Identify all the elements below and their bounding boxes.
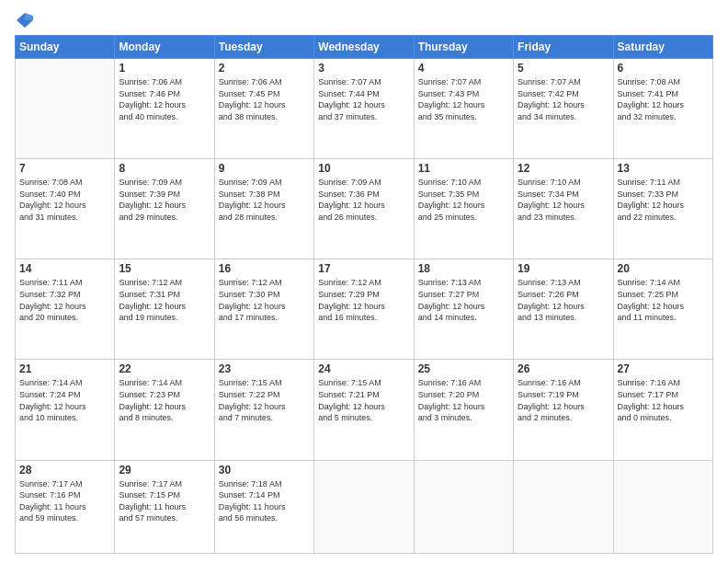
weekday-header-wednesday: Wednesday xyxy=(314,36,414,59)
day-number: 5 xyxy=(518,62,609,75)
day-number: 20 xyxy=(618,262,709,275)
calendar-cell xyxy=(314,460,414,553)
calendar-cell: 11Sunrise: 7:10 AM Sunset: 7:35 PM Dayli… xyxy=(414,159,513,259)
day-number: 11 xyxy=(418,162,509,175)
day-number: 19 xyxy=(518,262,609,275)
day-number: 25 xyxy=(418,362,509,375)
header xyxy=(15,11,713,28)
day-info: Sunrise: 7:16 AM Sunset: 7:20 PM Dayligh… xyxy=(418,377,509,423)
calendar-week-4: 21Sunrise: 7:14 AM Sunset: 7:24 PM Dayli… xyxy=(16,360,713,460)
day-number: 4 xyxy=(418,62,509,75)
day-info: Sunrise: 7:06 AM Sunset: 7:45 PM Dayligh… xyxy=(219,76,310,122)
day-info: Sunrise: 7:11 AM Sunset: 7:32 PM Dayligh… xyxy=(19,277,110,323)
day-info: Sunrise: 7:17 AM Sunset: 7:16 PM Dayligh… xyxy=(19,478,110,524)
calendar-cell: 23Sunrise: 7:15 AM Sunset: 7:22 PM Dayli… xyxy=(214,360,313,460)
weekday-header-sunday: Sunday xyxy=(16,36,115,59)
day-info: Sunrise: 7:12 AM Sunset: 7:29 PM Dayligh… xyxy=(318,277,409,323)
calendar-cell xyxy=(514,460,613,553)
calendar-cell: 14Sunrise: 7:11 AM Sunset: 7:32 PM Dayli… xyxy=(16,259,115,360)
day-number: 21 xyxy=(19,362,110,375)
day-number: 3 xyxy=(318,62,409,75)
day-number: 10 xyxy=(318,162,409,175)
calendar-cell: 15Sunrise: 7:12 AM Sunset: 7:31 PM Dayli… xyxy=(115,259,214,360)
day-number: 12 xyxy=(518,162,609,175)
calendar-cell: 8Sunrise: 7:09 AM Sunset: 7:39 PM Daylig… xyxy=(115,159,214,259)
calendar-cell: 9Sunrise: 7:09 AM Sunset: 7:38 PM Daylig… xyxy=(214,159,313,259)
day-number: 16 xyxy=(219,262,310,275)
day-info: Sunrise: 7:13 AM Sunset: 7:26 PM Dayligh… xyxy=(518,277,609,323)
day-number: 24 xyxy=(318,362,409,375)
calendar-cell xyxy=(414,460,513,553)
day-info: Sunrise: 7:07 AM Sunset: 7:44 PM Dayligh… xyxy=(318,76,409,122)
day-number: 15 xyxy=(119,262,210,275)
day-info: Sunrise: 7:16 AM Sunset: 7:17 PM Dayligh… xyxy=(618,377,709,423)
calendar-header-row: SundayMondayTuesdayWednesdayThursdayFrid… xyxy=(16,36,713,59)
logo xyxy=(15,11,33,28)
calendar-cell: 7Sunrise: 7:08 AM Sunset: 7:40 PM Daylig… xyxy=(16,159,115,259)
calendar-cell: 3Sunrise: 7:07 AM Sunset: 7:44 PM Daylig… xyxy=(314,59,414,159)
day-number: 1 xyxy=(119,62,210,75)
day-info: Sunrise: 7:14 AM Sunset: 7:23 PM Dayligh… xyxy=(119,377,210,423)
day-number: 27 xyxy=(618,362,709,375)
page: SundayMondayTuesdayWednesdayThursdayFrid… xyxy=(0,0,728,563)
calendar-week-2: 7Sunrise: 7:08 AM Sunset: 7:40 PM Daylig… xyxy=(16,159,713,259)
day-number: 6 xyxy=(618,62,709,75)
calendar-cell: 13Sunrise: 7:11 AM Sunset: 7:33 PM Dayli… xyxy=(613,159,712,259)
day-info: Sunrise: 7:09 AM Sunset: 7:38 PM Dayligh… xyxy=(219,177,310,223)
calendar-week-5: 28Sunrise: 7:17 AM Sunset: 7:16 PM Dayli… xyxy=(16,460,713,553)
calendar-cell: 19Sunrise: 7:13 AM Sunset: 7:26 PM Dayli… xyxy=(514,259,613,360)
weekday-header-tuesday: Tuesday xyxy=(214,36,313,59)
day-info: Sunrise: 7:07 AM Sunset: 7:43 PM Dayligh… xyxy=(418,76,509,122)
day-info: Sunrise: 7:15 AM Sunset: 7:22 PM Dayligh… xyxy=(219,377,310,423)
calendar-cell: 21Sunrise: 7:14 AM Sunset: 7:24 PM Dayli… xyxy=(16,360,115,460)
calendar-cell: 2Sunrise: 7:06 AM Sunset: 7:45 PM Daylig… xyxy=(214,59,313,159)
calendar-cell: 20Sunrise: 7:14 AM Sunset: 7:25 PM Dayli… xyxy=(613,259,712,360)
calendar-cell: 6Sunrise: 7:08 AM Sunset: 7:41 PM Daylig… xyxy=(613,59,712,159)
calendar-cell: 18Sunrise: 7:13 AM Sunset: 7:27 PM Dayli… xyxy=(414,259,513,360)
calendar-cell: 28Sunrise: 7:17 AM Sunset: 7:16 PM Dayli… xyxy=(16,460,115,553)
day-number: 30 xyxy=(219,464,310,477)
calendar-cell xyxy=(16,59,115,159)
day-info: Sunrise: 7:08 AM Sunset: 7:40 PM Dayligh… xyxy=(19,177,110,223)
calendar-cell: 4Sunrise: 7:07 AM Sunset: 7:43 PM Daylig… xyxy=(414,59,513,159)
day-info: Sunrise: 7:12 AM Sunset: 7:31 PM Dayligh… xyxy=(119,277,210,323)
day-info: Sunrise: 7:11 AM Sunset: 7:33 PM Dayligh… xyxy=(618,177,709,223)
day-number: 23 xyxy=(219,362,310,375)
calendar-cell: 17Sunrise: 7:12 AM Sunset: 7:29 PM Dayli… xyxy=(314,259,414,360)
day-number: 26 xyxy=(518,362,609,375)
day-info: Sunrise: 7:17 AM Sunset: 7:15 PM Dayligh… xyxy=(119,478,210,524)
calendar-cell: 26Sunrise: 7:16 AM Sunset: 7:19 PM Dayli… xyxy=(514,360,613,460)
calendar-cell: 27Sunrise: 7:16 AM Sunset: 7:17 PM Dayli… xyxy=(613,360,712,460)
day-info: Sunrise: 7:09 AM Sunset: 7:36 PM Dayligh… xyxy=(318,177,409,223)
day-info: Sunrise: 7:08 AM Sunset: 7:41 PM Dayligh… xyxy=(618,76,709,122)
day-number: 9 xyxy=(219,162,310,175)
day-info: Sunrise: 7:10 AM Sunset: 7:35 PM Dayligh… xyxy=(418,177,509,223)
logo-icon xyxy=(17,11,33,28)
day-number: 28 xyxy=(19,464,110,477)
calendar-cell: 25Sunrise: 7:16 AM Sunset: 7:20 PM Dayli… xyxy=(414,360,513,460)
svg-marker-1 xyxy=(25,13,33,20)
day-info: Sunrise: 7:13 AM Sunset: 7:27 PM Dayligh… xyxy=(418,277,509,323)
day-info: Sunrise: 7:12 AM Sunset: 7:30 PM Dayligh… xyxy=(219,277,310,323)
calendar-cell: 16Sunrise: 7:12 AM Sunset: 7:30 PM Dayli… xyxy=(214,259,313,360)
day-number: 17 xyxy=(318,262,409,275)
day-info: Sunrise: 7:06 AM Sunset: 7:46 PM Dayligh… xyxy=(119,76,210,122)
day-info: Sunrise: 7:18 AM Sunset: 7:14 PM Dayligh… xyxy=(219,478,310,524)
calendar-cell xyxy=(613,460,712,553)
day-info: Sunrise: 7:14 AM Sunset: 7:24 PM Dayligh… xyxy=(19,377,110,423)
calendar-week-1: 1Sunrise: 7:06 AM Sunset: 7:46 PM Daylig… xyxy=(16,59,713,159)
day-info: Sunrise: 7:15 AM Sunset: 7:21 PM Dayligh… xyxy=(318,377,409,423)
day-number: 2 xyxy=(219,62,310,75)
weekday-header-friday: Friday xyxy=(514,36,613,59)
day-info: Sunrise: 7:14 AM Sunset: 7:25 PM Dayligh… xyxy=(618,277,709,323)
weekday-header-monday: Monday xyxy=(115,36,214,59)
calendar-cell: 5Sunrise: 7:07 AM Sunset: 7:42 PM Daylig… xyxy=(514,59,613,159)
day-info: Sunrise: 7:09 AM Sunset: 7:39 PM Dayligh… xyxy=(119,177,210,223)
day-number: 22 xyxy=(119,362,210,375)
day-info: Sunrise: 7:10 AM Sunset: 7:34 PM Dayligh… xyxy=(518,177,609,223)
day-number: 14 xyxy=(19,262,110,275)
day-number: 13 xyxy=(618,162,709,175)
day-number: 18 xyxy=(418,262,509,275)
day-number: 29 xyxy=(119,464,210,477)
calendar-table: SundayMondayTuesdayWednesdayThursdayFrid… xyxy=(15,35,713,554)
